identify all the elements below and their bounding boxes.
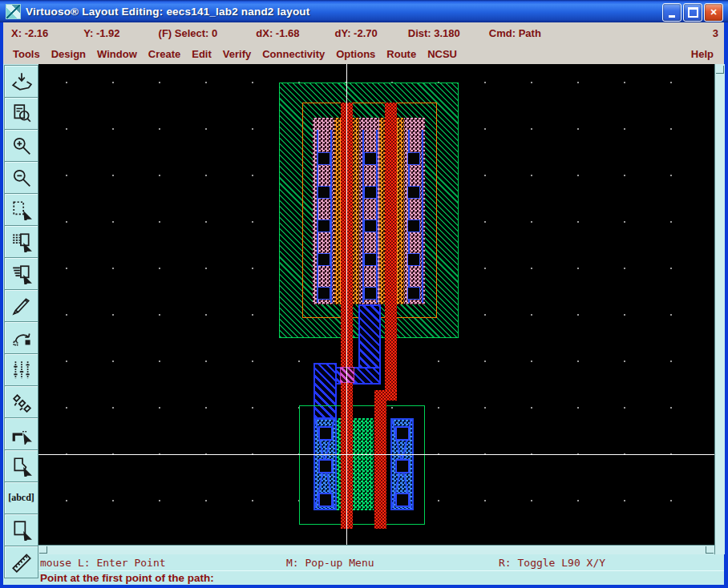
- create-label-button[interactable]: [abcd]: [4, 481, 38, 514]
- contact: [395, 426, 410, 441]
- virtuoso-app-icon: [6, 4, 21, 19]
- contact: [407, 186, 420, 199]
- create-polygon-button[interactable]: [4, 449, 38, 482]
- create-instance-icon: [11, 392, 32, 413]
- contact: [364, 186, 377, 199]
- ruler-button[interactable]: [4, 546, 38, 578]
- contact: [407, 287, 420, 300]
- crosshair-horizontal: [38, 454, 714, 455]
- poly-metal-overlap: [340, 367, 354, 383]
- contact: [364, 287, 377, 300]
- copy-button[interactable]: [4, 225, 38, 258]
- poly-gate-b-upper[interactable]: [385, 103, 397, 401]
- hscroll-grip-right: [706, 546, 714, 554]
- fit-view-button[interactable]: [4, 97, 38, 130]
- crosshair-vertical: [346, 64, 347, 545]
- undo-button[interactable]: [4, 321, 38, 354]
- maximize-button[interactable]: [683, 3, 702, 22]
- contact: [407, 219, 420, 232]
- create-rectangle-icon: [11, 520, 32, 541]
- save-button[interactable]: [4, 65, 38, 98]
- menu-bar: Tools Design Window Create Edit Verify C…: [3, 43, 725, 65]
- status-dist: Dist: 3.180: [408, 27, 460, 39]
- status-y: Y: -1.92: [83, 27, 119, 39]
- move-icon: [11, 264, 32, 284]
- create-polygon-icon: [11, 456, 32, 477]
- menu-window[interactable]: Window: [97, 46, 137, 62]
- prompt-bar: Point at the first point of the path:: [38, 570, 724, 585]
- close-icon: ✕: [710, 7, 717, 18]
- contact: [317, 186, 330, 199]
- copy-icon: [11, 232, 32, 252]
- menu-verify[interactable]: Verify: [223, 46, 251, 62]
- menu-tools[interactable]: Tools: [13, 46, 40, 62]
- contact: [317, 152, 330, 165]
- minimize-icon: [669, 8, 675, 18]
- contact: [364, 219, 377, 232]
- vertical-scrollbar[interactable]: [714, 64, 725, 554]
- mouse-hint-bar: mouse L: Enter Point M: Pop-up Menu R: T…: [38, 554, 724, 570]
- zoom-out-button[interactable]: [4, 161, 38, 194]
- minimize-button[interactable]: [662, 3, 681, 22]
- status-x: X: -2.16: [11, 27, 48, 39]
- menu-edit[interactable]: Edit: [192, 46, 212, 62]
- menu-connectivity[interactable]: Connectivity: [262, 46, 325, 62]
- poly-gate-b-lower[interactable]: [374, 390, 386, 529]
- create-label-icon: [abcd]: [8, 492, 34, 504]
- metal1-edge-line: [422, 130, 423, 303]
- undo-icon: [11, 328, 32, 348]
- window-title: Virtuoso® Layout Editing: eecs141_lab2 n…: [26, 6, 309, 18]
- menu-ncsu[interactable]: NCSU: [427, 46, 457, 62]
- properties-icon: [11, 360, 32, 381]
- hint-middle-click: M: Pop-up Menu: [286, 557, 374, 569]
- status-dy: dY: -2.70: [335, 27, 378, 39]
- menu-help[interactable]: Help: [691, 46, 714, 62]
- contact: [364, 152, 377, 165]
- contact: [318, 426, 333, 441]
- close-button[interactable]: ✕: [704, 3, 723, 22]
- left-toolbar: [abcd]: [3, 64, 39, 585]
- zoom-in-button[interactable]: [4, 129, 38, 162]
- layout-canvas[interactable]: [38, 64, 714, 545]
- contact: [395, 493, 410, 507]
- page-indicator: 3: [713, 27, 718, 39]
- status-cmd: Cmd: Path: [489, 27, 541, 39]
- create-path-button[interactable]: [4, 417, 38, 450]
- contact: [407, 253, 420, 266]
- contact: [395, 459, 410, 473]
- status-dx: dX: -1.68: [256, 27, 299, 39]
- prompt-text: Point at the first point of the path:: [40, 572, 214, 584]
- contact: [407, 152, 420, 165]
- stretch-icon: [11, 199, 32, 220]
- menu-route[interactable]: Route: [386, 46, 416, 62]
- zoom-in-icon: [11, 135, 32, 156]
- properties-button[interactable]: [4, 353, 38, 386]
- hint-left-click: mouse L: Enter Point: [40, 557, 166, 569]
- contact: [317, 287, 330, 300]
- hscroll-grip-left: [39, 546, 47, 554]
- metal1-edge-line: [330, 130, 332, 303]
- create-path-icon: [11, 424, 32, 445]
- create-rectangle-button[interactable]: [4, 513, 38, 546]
- vscroll-grip: [716, 66, 724, 74]
- ruler-icon: [11, 552, 32, 573]
- save-icon: [11, 71, 32, 92]
- hint-right-click: R: Toggle L90 X/Y: [499, 557, 605, 569]
- virtuoso-window: Virtuoso® Layout Editing: eecs141_lab2 n…: [0, 0, 728, 588]
- menu-options[interactable]: Options: [336, 46, 375, 62]
- menu-create[interactable]: Create: [148, 46, 180, 62]
- contact: [318, 493, 333, 507]
- delete-button[interactable]: [4, 289, 38, 322]
- contact: [364, 253, 377, 266]
- fit-view-icon: [11, 103, 32, 124]
- contact: [318, 459, 333, 473]
- move-button[interactable]: [4, 257, 38, 290]
- zoom-out-icon: [11, 167, 32, 188]
- delete-icon: [11, 296, 32, 316]
- stretch-button[interactable]: [4, 193, 38, 226]
- create-instance-button[interactable]: [4, 385, 38, 418]
- title-bar[interactable]: Virtuoso® Layout Editing: eecs141_lab2 n…: [0, 0, 728, 22]
- maximize-icon: [688, 7, 698, 18]
- status-bar: X: -2.16 Y: -1.92 (F) Select: 0 dX: -1.6…: [3, 22, 725, 44]
- menu-design[interactable]: Design: [51, 46, 86, 62]
